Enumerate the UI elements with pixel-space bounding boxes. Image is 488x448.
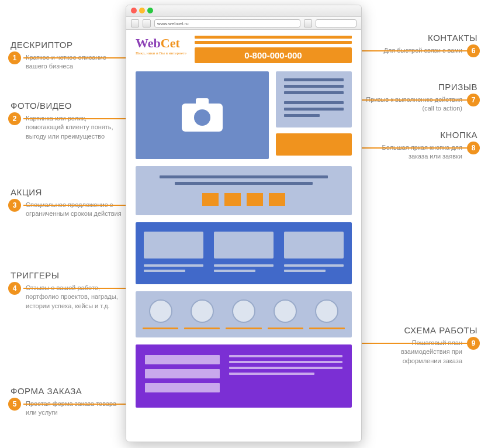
promo-item[interactable] xyxy=(224,193,241,206)
browser-window: www.webcet.ru WebCet Ника, ники и Вы в и… xyxy=(126,5,362,442)
connector-line xyxy=(349,147,469,149)
cta-column xyxy=(276,71,352,159)
traffic-lights xyxy=(131,8,153,13)
descriptor-line xyxy=(195,41,352,44)
logo-tagline: Ника, ники и Вы в интернете xyxy=(136,51,186,56)
annotation-desc: Большая яркая кнопка для заказа или заяв… xyxy=(364,143,462,161)
annotation-title: ПРИЗЫВ xyxy=(364,82,477,92)
promo-block xyxy=(136,166,352,215)
annotation-title: ТРИГГЕРЫ xyxy=(11,270,124,280)
annotation-button: КНОПКА 8 Большая яркая кнопка для заказа… xyxy=(364,130,477,161)
media-block[interactable] xyxy=(136,71,269,159)
annotation-title: ФОРМА ЗАКАЗА xyxy=(11,386,124,396)
annotation-badge: 4 xyxy=(8,282,21,295)
annotation-badge: 3 xyxy=(8,199,21,212)
descriptor-line xyxy=(195,36,352,39)
logo[interactable]: WebCet Ника, ники и Вы в интернете xyxy=(136,36,186,56)
maximize-icon[interactable] xyxy=(147,8,153,13)
annotation-desc: Специальное предложение с ограниченным с… xyxy=(26,201,124,219)
annotation-orderform: ФОРМА ЗАКАЗА 5 Простая форма заказа това… xyxy=(11,386,124,418)
annotation-desc: Простая форма заказа товара или услуги xyxy=(26,399,124,418)
annotation-contacts: КОНТАКТЫ 6 Для быстрой связи с вами xyxy=(364,33,477,55)
order-form-fields xyxy=(145,355,220,397)
browser-titlebar xyxy=(126,5,361,17)
annotation-cta: ПРИЗЫВ 7 Призыв к выполнению действия (c… xyxy=(364,82,477,113)
annotation-promo: АКЦИЯ 3 Специальное предложение с ограни… xyxy=(11,187,124,219)
minimize-icon[interactable] xyxy=(139,8,145,13)
workflow-step xyxy=(309,299,345,329)
close-icon[interactable] xyxy=(131,8,137,13)
browser-toolbar: www.webcet.ru xyxy=(126,17,361,30)
hero-row xyxy=(136,71,352,159)
workflow-block xyxy=(136,291,352,337)
phone-number[interactable]: 0-800-000-000 xyxy=(195,47,352,63)
form-input[interactable] xyxy=(145,355,220,364)
primary-cta-button[interactable] xyxy=(276,133,352,156)
site-header: WebCet Ника, ники и Вы в интернете 0-800… xyxy=(136,36,352,63)
form-input[interactable] xyxy=(145,383,220,392)
back-button[interactable] xyxy=(131,19,139,27)
annotation-badge: 9 xyxy=(467,337,480,350)
workflow-step xyxy=(143,299,178,329)
page-content: WebCet Ника, ники и Вы в интернете 0-800… xyxy=(126,30,361,413)
annotation-title: СХЕМА РАБОТЫ xyxy=(364,325,477,335)
reload-button[interactable] xyxy=(304,19,312,27)
connector-line xyxy=(23,288,140,289)
trigger-item[interactable] xyxy=(144,232,203,275)
workflow-step xyxy=(184,299,220,329)
annotation-badge: 6 xyxy=(467,44,480,57)
connector-line xyxy=(349,343,469,344)
annotation-badge: 2 xyxy=(8,112,21,125)
annotation-triggers: ТРИГГЕРЫ 4 Отзывы о вашей работе, портфо… xyxy=(11,270,124,311)
promo-item[interactable] xyxy=(247,193,263,206)
connector-line xyxy=(345,50,468,51)
annotation-badge: 7 xyxy=(467,94,480,106)
connector-line xyxy=(23,404,140,405)
annotation-badge: 5 xyxy=(8,398,21,411)
forward-button[interactable] xyxy=(143,19,151,27)
annotation-media: ФОТО/ВИДЕО 2 Картинка или ролик, помогаю… xyxy=(11,101,124,141)
trigger-item[interactable] xyxy=(214,232,274,275)
annotation-desc: Краткое и четкое описание вашего бизнеса xyxy=(26,53,124,71)
workflow-step xyxy=(226,299,261,329)
annotation-workflow: СХЕМА РАБОТЫ 9 Пошаговый план взаимодейс… xyxy=(364,325,477,366)
order-form-text xyxy=(229,355,342,397)
annotation-title: КОНТАКТЫ xyxy=(364,33,477,43)
header-right: 0-800-000-000 xyxy=(195,36,352,63)
camera-icon xyxy=(182,99,223,132)
annotation-title: АКЦИЯ xyxy=(11,187,124,197)
promo-item[interactable] xyxy=(269,193,285,206)
annotation-title: ФОТО/ВИДЕО xyxy=(11,101,124,111)
triggers-block xyxy=(136,222,352,284)
annotation-descriptor: ДЕСКРИПТОР 1 Краткое и четкое описание в… xyxy=(11,40,124,71)
url-field[interactable]: www.webcet.ru xyxy=(154,19,300,27)
cta-text-block xyxy=(276,71,352,127)
annotation-title: КНОПКА xyxy=(364,130,477,140)
workflow-step xyxy=(268,299,303,329)
annotation-badge: 8 xyxy=(467,142,480,154)
annotation-title: ДЕСКРИПТОР xyxy=(11,40,124,50)
annotation-desc: Призыв к выполнению действия (call to ac… xyxy=(364,95,462,113)
promo-item[interactable] xyxy=(202,193,219,206)
connector-line xyxy=(349,99,469,101)
form-input[interactable] xyxy=(145,369,220,378)
trigger-item[interactable] xyxy=(284,232,344,275)
logo-text: WebCet xyxy=(136,36,186,51)
connector-line xyxy=(23,205,140,206)
order-form-block xyxy=(136,344,352,408)
search-field[interactable] xyxy=(316,19,357,27)
annotation-badge: 1 xyxy=(8,51,21,64)
connector-line xyxy=(23,118,140,119)
